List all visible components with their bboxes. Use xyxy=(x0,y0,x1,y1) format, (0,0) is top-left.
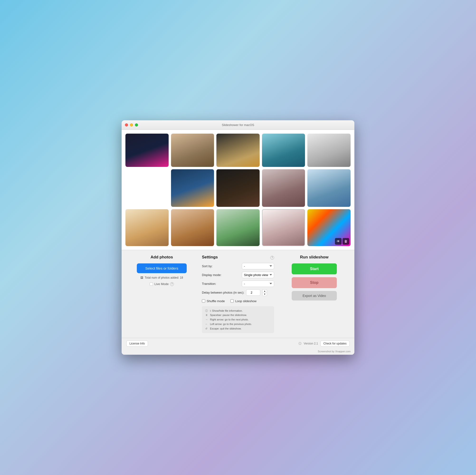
display-mode-select[interactable]: Single photo view xyxy=(242,272,274,278)
traffic-lights xyxy=(125,123,138,127)
close-button[interactable] xyxy=(125,123,128,127)
photo-cell[interactable] xyxy=(125,169,169,207)
shuffle-mode-label: Shuffle mode xyxy=(207,299,225,303)
display-mode-row: Display mode: Single photo view xyxy=(202,272,274,278)
hint-left-icon: ← xyxy=(205,322,208,327)
check-updates-button[interactable]: Check for updates xyxy=(321,340,350,347)
photo-cell[interactable] xyxy=(216,134,260,167)
footer-bar: License Info ⓘ Version 2.1 Check for upd… xyxy=(122,338,354,349)
photo-cell[interactable] xyxy=(307,134,351,167)
display-mode-label: Display mode: xyxy=(202,273,240,277)
settings-title: Settings xyxy=(202,255,218,260)
title-bar: Slideshower for macOS xyxy=(122,120,354,130)
info-icon: ⓘ xyxy=(299,342,301,346)
run-slideshow-section: Run slideshow Start Stop Export as Video xyxy=(279,255,350,333)
photo-cell[interactable] xyxy=(262,134,305,167)
photo-cell[interactable] xyxy=(171,134,214,167)
eye-slash-icon: 👁 xyxy=(337,239,340,243)
photo-overlay: 👁 🗑 xyxy=(335,238,349,245)
photo-cell[interactable] xyxy=(171,169,214,207)
photo-cell[interactable] xyxy=(171,209,214,246)
delay-label: Delay between photos (in sec): xyxy=(202,291,244,294)
hint-2: ⏸ Spacebar: pause the slideshow. xyxy=(205,313,271,317)
footer-right: ⓘ Version 2.1 Check for updates xyxy=(299,340,350,347)
shuffle-mode-option[interactable]: Shuffle mode xyxy=(202,299,225,303)
transition-select[interactable]: - xyxy=(242,280,274,287)
hint-right-icon: → xyxy=(205,317,208,322)
hint-pause-icon: ⏸ xyxy=(205,313,208,317)
hint-5: ↺ Escape: quit the slideshow. xyxy=(205,327,271,331)
window-title: Slideshower for macOS xyxy=(222,123,255,127)
delay-stepper: ▲ ▼ xyxy=(262,289,267,296)
delete-photo-button[interactable]: 🗑 xyxy=(342,238,349,245)
photo-cell[interactable] xyxy=(216,209,260,246)
options-row: Shuffle mode Loop slideshow xyxy=(202,299,274,303)
run-slideshow-title: Run slideshow xyxy=(300,255,328,260)
photo-cell[interactable] xyxy=(262,209,305,246)
maximize-button[interactable] xyxy=(135,123,138,127)
screenshot-credit: Screenshot by Xnapper.com xyxy=(122,349,354,355)
photo-count-display: 🖼 Total num of photos added: 18 xyxy=(140,276,183,279)
select-files-button[interactable]: Select files or folders xyxy=(137,263,187,273)
settings-section: Settings ? Sort by: - Display mode: Sing… xyxy=(202,255,274,333)
license-info-button[interactable]: License Info xyxy=(126,340,148,347)
loop-slideshow-checkbox[interactable] xyxy=(230,299,234,303)
app-window: Slideshower for macOS 👁 🗑 xyxy=(122,120,354,355)
transition-label: Transition: xyxy=(202,282,240,286)
sort-by-select[interactable]: - xyxy=(242,263,274,269)
hide-photo-button[interactable]: 👁 xyxy=(335,238,341,245)
delay-decrement[interactable]: ▼ xyxy=(262,293,267,296)
sort-by-row: Sort by: - xyxy=(202,263,274,269)
shuffle-mode-checkbox[interactable] xyxy=(202,299,205,303)
photo-cell-last[interactable]: 👁 🗑 xyxy=(307,209,351,246)
live-mode-help-icon[interactable]: ? xyxy=(170,282,174,286)
export-video-button[interactable]: Export as Video xyxy=(292,291,337,300)
live-mode-label: Live Mode xyxy=(154,282,169,286)
start-button[interactable]: Start xyxy=(292,263,337,274)
loop-slideshow-option[interactable]: Loop slideshow xyxy=(230,299,256,303)
hint-4: ← Left arrow: go to the previous photo. xyxy=(205,322,271,327)
photo-cell[interactable] xyxy=(307,169,351,207)
version-label: Version 2.1 xyxy=(304,342,318,345)
stop-button[interactable]: Stop xyxy=(292,277,337,288)
photo-count-icon: 🖼 xyxy=(140,276,143,279)
hint-info-icon: ⓘ xyxy=(205,309,208,313)
hint-escape-icon: ↺ xyxy=(205,327,208,331)
delay-input[interactable] xyxy=(246,289,260,296)
photo-cell[interactable] xyxy=(125,134,169,167)
bottom-panel: Add photos Select files or folders 🖼 Tot… xyxy=(122,250,354,338)
delay-row: Delay between photos (in sec): ▲ ▼ xyxy=(202,289,274,296)
transition-row: Transition: - xyxy=(202,280,274,287)
live-mode-checkbox[interactable] xyxy=(150,282,153,286)
sort-by-label: Sort by: xyxy=(202,264,240,268)
hints-box: ⓘ i: Show/hide file information. ⏸ Space… xyxy=(202,306,274,333)
photo-cell[interactable] xyxy=(216,169,260,207)
photo-count-label: Total num of photos added: 18 xyxy=(145,276,183,279)
settings-help-icon[interactable]: ? xyxy=(270,256,274,260)
add-photos-title: Add photos xyxy=(151,255,173,260)
photo-grid: 👁 🗑 xyxy=(122,130,354,250)
hint-3: → Right arrow: go to the next photo. xyxy=(205,317,271,322)
hint-1: ⓘ i: Show/hide file information. xyxy=(205,309,271,313)
photo-cell[interactable] xyxy=(125,209,169,246)
loop-slideshow-label: Loop slideshow xyxy=(235,299,256,303)
photo-cell[interactable] xyxy=(262,169,305,207)
delay-increment[interactable]: ▲ xyxy=(262,289,267,293)
live-mode-row: Live Mode ? xyxy=(150,282,174,286)
trash-icon: 🗑 xyxy=(344,239,347,243)
minimize-button[interactable] xyxy=(130,123,133,127)
add-photos-section: Add photos Select files or folders 🖼 Tot… xyxy=(126,255,197,333)
